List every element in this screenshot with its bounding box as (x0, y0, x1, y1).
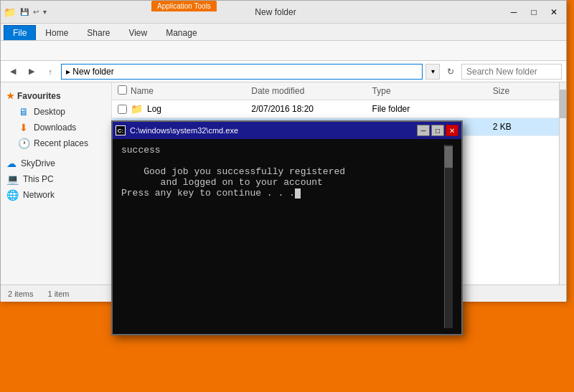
tab-share[interactable]: Share (77, 25, 119, 40)
sidebar-group: ☁ SkyDrive 💻 This PC 🌐 Network (1, 156, 111, 203)
cmd-scrollbar[interactable] (444, 145, 453, 328)
cmd-controls: ─ □ ✕ (417, 125, 458, 136)
network-icon: 🌐 (6, 189, 19, 201)
col-name-header[interactable]: Name (131, 86, 251, 96)
maximize-button[interactable]: □ (524, 4, 543, 20)
cmd-app-icon: C: (116, 125, 126, 135)
explorer-scrollbar[interactable] (559, 82, 566, 285)
address-dropdown[interactable]: ▾ (425, 64, 440, 80)
file-date-1: 2/07/2016 18:20 (251, 104, 372, 114)
row-checkbox-1[interactable] (118, 105, 131, 114)
favourites-icon: ★ (6, 91, 14, 101)
downloads-icon: ⬇ (18, 122, 29, 133)
cmd-line-4: and logged on to your account (121, 177, 444, 188)
sidebar-item-skydrive-label: SkyDrive (21, 158, 55, 168)
thispc-icon: 💻 (6, 173, 19, 185)
cmd-minimize-button[interactable]: ─ (417, 125, 430, 136)
select-all-checkbox[interactable] (118, 85, 127, 95)
tab-home[interactable]: Home (36, 25, 77, 40)
sidebar-item-recent[interactable]: 🕐 Recent places (1, 135, 111, 151)
save-icon: 💾 (20, 8, 29, 16)
address-bar: ◀ ▶ ↑ ▸ New folder ▾ ↻ (1, 61, 566, 82)
cmd-close-button[interactable]: ✕ (446, 125, 458, 136)
file-name-1: 📁 Log (131, 103, 251, 115)
undo-icon: ↩ (33, 8, 39, 16)
cmd-title: C: C:\windows\system32\cmd.exe (116, 125, 238, 135)
cmd-line-2 (121, 156, 444, 166)
sidebar-item-downloads-label: Downloads (34, 123, 76, 133)
sidebar-item-network[interactable]: 🌐 Network (1, 187, 111, 203)
explorer-titlebar: 📁 💾 ↩ ▾ Application Tools New folder ─ □… (1, 1, 566, 24)
close-button[interactable]: ✕ (545, 4, 563, 20)
col-size-header[interactable]: Size (493, 86, 553, 96)
folder-icon: 📁 (4, 6, 16, 18)
tab-file[interactable]: File (4, 25, 36, 40)
sidebar-item-thispc-label: This PC (23, 174, 54, 184)
sidebar-item-skydrive[interactable]: ☁ SkyDrive (1, 156, 111, 171)
back-button[interactable]: ◀ (5, 64, 21, 80)
app-tools-label: Application Tools (151, 1, 217, 11)
cursor (295, 188, 301, 199)
refresh-button[interactable]: ↻ (443, 64, 458, 80)
file-size-2: 2 KB (493, 122, 553, 132)
sidebar: ★ Favourites 🖥 Desktop ⬇ Downloads 🕐 Rec… (1, 82, 112, 285)
table-row[interactable]: 📁 Log 2/07/2016 18:20 File folder (112, 100, 559, 118)
address-path[interactable]: ▸ New folder (61, 64, 423, 80)
favourites-label: Favourites (17, 91, 61, 101)
cmd-content: success Good job you successfully regist… (113, 139, 461, 334)
cmd-text-area: success Good job you successfully regist… (121, 145, 444, 328)
col-type-header[interactable]: Type (372, 86, 493, 96)
up-button[interactable]: ↑ (42, 64, 58, 80)
file-list-header: Name Date modified Type Size (112, 82, 559, 100)
scroll-thumb (560, 90, 566, 118)
skydrive-icon: ☁ (6, 158, 17, 169)
selected-count: 1 item (47, 290, 69, 298)
items-count: 2 items (8, 290, 33, 298)
folder-icon-1: 📁 (131, 103, 143, 115)
titlebar-left: 📁 💾 ↩ ▾ (4, 6, 47, 18)
sidebar-item-downloads[interactable]: ⬇ Downloads (1, 120, 111, 135)
address-text: ▸ New folder (66, 67, 114, 77)
header-checkbox[interactable] (118, 85, 131, 97)
cmd-titlebar: C: C:\windows\system32\cmd.exe ─ □ ✕ (113, 122, 461, 139)
file-type-1: File folder (372, 104, 493, 114)
sidebar-item-recent-label: Recent places (34, 138, 88, 148)
window-controls: ─ □ ✕ (504, 4, 563, 20)
cmd-scroll-thumb (445, 146, 453, 168)
file-checkbox-1[interactable] (118, 105, 127, 114)
col-date-header[interactable]: Date modified (251, 86, 372, 96)
desktop-icon: 🖥 (18, 106, 29, 118)
cmd-line-5: Press any key to continue . . . (121, 188, 444, 199)
tab-manage[interactable]: Manage (156, 25, 206, 40)
cmd-line-1: success (121, 145, 444, 156)
tab-view[interactable]: View (119, 25, 156, 40)
window-title: New folder (47, 7, 504, 17)
cmd-title-text: C:\windows\system32\cmd.exe (130, 126, 238, 135)
sidebar-item-thispc[interactable]: 💻 This PC (1, 171, 111, 187)
sidebar-item-desktop-label: Desktop (34, 107, 65, 117)
recent-icon: 🕐 (18, 138, 29, 149)
minimize-button[interactable]: ─ (504, 4, 523, 20)
cmd-maximize-button[interactable]: □ (431, 125, 444, 136)
cmd-window: C: C:\windows\system32\cmd.exe ─ □ ✕ suc… (111, 120, 463, 335)
forward-button[interactable]: ▶ (24, 64, 39, 80)
sidebar-item-desktop[interactable]: 🖥 Desktop (1, 104, 111, 120)
search-input[interactable] (461, 64, 562, 80)
favourites-header[interactable]: ★ Favourites (1, 88, 111, 104)
sidebar-item-network-label: Network (23, 190, 55, 200)
ribbon-toolbar (1, 41, 566, 61)
ribbon-tabs: File Home Share View Manage (1, 24, 566, 41)
cmd-line-3: Good job you successfully registered (121, 166, 444, 177)
